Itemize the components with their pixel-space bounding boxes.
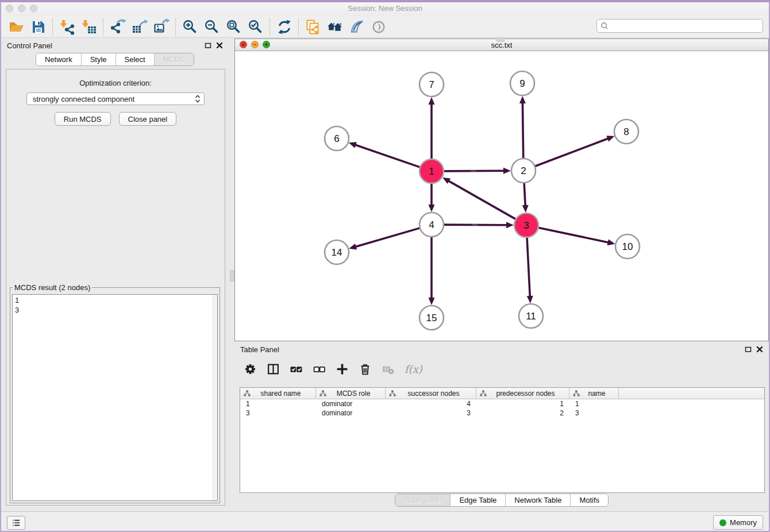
toolbar-separator — [52, 18, 53, 36]
column-header-MCDS-role[interactable]: MCDS role — [316, 388, 386, 399]
edge-arrowhead — [527, 296, 533, 303]
edge-arrowhead — [522, 205, 529, 213]
import-network-icon[interactable] — [56, 18, 78, 36]
table-row[interactable]: 3dominator323 — [240, 408, 764, 418]
mcds-result-list[interactable]: 1 3 — [12, 294, 218, 501]
tab-select[interactable]: Select — [116, 53, 154, 65]
column-tree-icon — [389, 390, 396, 397]
status-bar: Memory — [1, 511, 769, 531]
optimization-criterion-label: Optimization criterion: — [6, 79, 225, 87]
task-history-button[interactable] — [7, 516, 25, 530]
table-cell[interactable]: 4 — [386, 400, 476, 408]
float-panel-icon[interactable] — [205, 42, 211, 49]
zoom-fit-icon[interactable] — [223, 18, 245, 36]
close-panel-icon[interactable] — [216, 42, 223, 49]
zoom-out-icon[interactable] — [201, 18, 223, 36]
zoom-selected-icon[interactable] — [245, 18, 267, 36]
select-all-columns-icon[interactable] — [290, 363, 303, 376]
table-panel: Table Panel f(x) shared name MCDS — [234, 342, 769, 511]
panel-splitter[interactable] — [229, 38, 234, 511]
add-column-icon[interactable] — [336, 363, 349, 376]
edge-2-8[interactable] — [535, 138, 609, 167]
node-label-10: 10 — [622, 241, 633, 252]
delete-table-icon[interactable] — [382, 363, 395, 376]
edge-arrowhead — [607, 239, 615, 245]
network-canvas[interactable]: 1234678910111415 — [235, 51, 768, 341]
export-table-icon[interactable] — [129, 18, 151, 36]
delete-column-icon[interactable] — [359, 363, 372, 376]
search-input[interactable] — [611, 21, 763, 31]
node-label-7: 7 — [429, 79, 434, 90]
tab-style[interactable]: Style — [81, 53, 116, 65]
column-tree-icon — [319, 390, 326, 397]
table-cell[interactable]: 1 — [569, 400, 619, 408]
tab-motifs[interactable]: Motifs — [570, 494, 608, 506]
splitter-handle[interactable] — [230, 270, 234, 282]
tab-network[interactable]: Network — [36, 53, 81, 65]
zoom-in-icon[interactable] — [179, 18, 201, 36]
table-cell[interactable]: dominator — [316, 400, 386, 408]
deselect-all-columns-icon[interactable] — [313, 363, 326, 376]
horizontal-splitter-handle[interactable] — [496, 37, 505, 42]
table-cell[interactable]: dominator — [316, 409, 386, 417]
apply-function-icon[interactable]: f(x) — [405, 363, 422, 375]
column-tree-icon — [573, 390, 580, 397]
column-header-name[interactable]: name — [569, 388, 619, 399]
node-label-6: 6 — [334, 133, 339, 144]
memory-button[interactable]: Memory — [713, 515, 763, 530]
toolbar-separator — [103, 18, 104, 36]
close-table-panel-icon[interactable] — [756, 346, 763, 353]
node-label-9: 9 — [519, 78, 525, 89]
edge-3-10[interactable] — [538, 228, 609, 242]
import-table-icon[interactable] — [78, 18, 100, 36]
refresh-view-icon[interactable] — [274, 18, 295, 36]
table-row[interactable]: 1dominator411 — [240, 399, 764, 408]
edge-3-1[interactable] — [448, 180, 516, 219]
network-view-window: scc.txt 1234678910111415 — [234, 38, 769, 341]
tab-edge-table[interactable]: Edge Table — [450, 494, 505, 506]
edge-1-6[interactable] — [355, 145, 420, 167]
edge-arrowhead — [429, 97, 435, 105]
float-table-panel-icon[interactable] — [745, 346, 752, 353]
column-header-successor-nodes[interactable]: successor nodes — [386, 388, 476, 399]
table-cell[interactable]: 3 — [569, 409, 619, 417]
close-panel-button[interactable]: Close panel — [119, 112, 177, 126]
open-session-icon[interactable] — [6, 18, 28, 36]
tab-node-table[interactable]: Node Table — [395, 494, 451, 506]
run-mcds-button[interactable]: Run MCDS — [55, 112, 111, 126]
node-label-1: 1 — [429, 166, 434, 177]
table-cell[interactable]: 1 — [476, 400, 569, 408]
edge-4-14[interactable] — [355, 228, 420, 247]
control-panel-title: Control Panel — [7, 41, 205, 50]
apply-style-icon[interactable] — [346, 18, 368, 36]
column-header-predecessor-nodes[interactable]: predecessor nodes — [476, 388, 569, 399]
selected-criterion: strongly connected component — [33, 95, 195, 103]
clone-network-icon[interactable] — [302, 18, 324, 36]
edge-2-9[interactable] — [522, 102, 523, 159]
tab-network-table[interactable]: Network Table — [505, 494, 570, 506]
memory-label: Memory — [730, 518, 757, 527]
edge-2-3[interactable] — [524, 183, 525, 206]
table-cell[interactable]: 3 — [386, 409, 476, 417]
toggle-column-layout-icon[interactable] — [267, 363, 280, 376]
search-field[interactable] — [596, 19, 763, 33]
export-network-icon[interactable] — [107, 18, 129, 36]
export-image-icon[interactable] — [151, 18, 172, 36]
first-neighbors-icon[interactable] — [324, 18, 346, 36]
table-cell[interactable]: 2 — [476, 409, 569, 417]
edge-arrowhead — [519, 96, 526, 103]
result-scrollbar[interactable] — [213, 295, 217, 500]
show-graphics-details-icon[interactable] — [368, 18, 390, 36]
column-header-shared-name[interactable]: shared name — [240, 388, 316, 399]
edge-3-11[interactable] — [527, 237, 530, 297]
optimization-criterion-select[interactable]: strongly connected component — [26, 92, 205, 105]
table-settings-icon[interactable] — [244, 363, 257, 376]
table-panel-title: Table Panel — [240, 345, 745, 354]
table-cell[interactable]: 1 — [240, 400, 316, 408]
tab-mcds[interactable]: MCDS — [154, 53, 194, 65]
table-cell[interactable]: 3 — [240, 409, 316, 417]
main-toolbar — [0, 16, 770, 38]
save-session-icon[interactable] — [28, 18, 49, 36]
mcds-panel: Optimization criterion: strongly connect… — [6, 69, 225, 506]
table-toolbar: f(x) — [234, 356, 769, 381]
